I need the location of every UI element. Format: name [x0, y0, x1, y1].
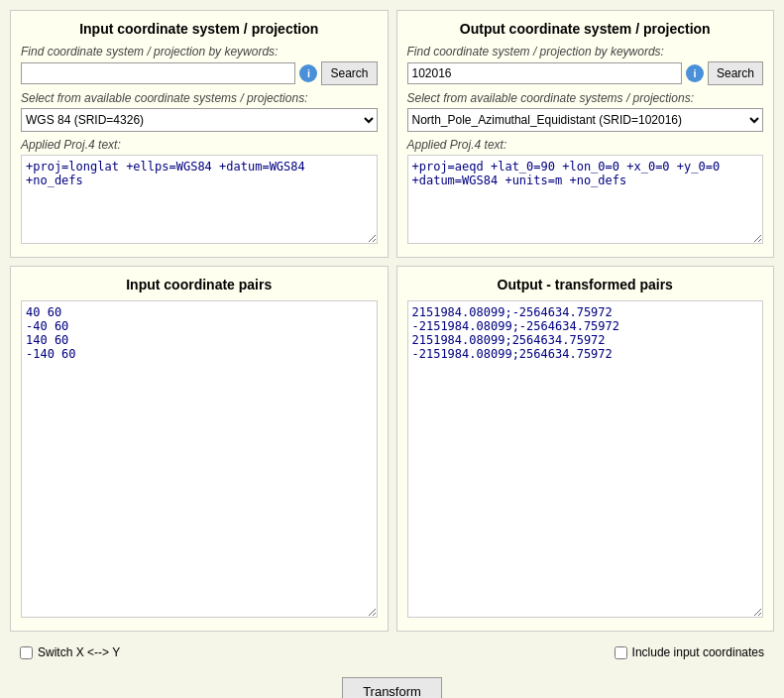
- input-pairs-textarea[interactable]: [21, 300, 378, 618]
- footer-left: Switch X <--> Y: [20, 645, 392, 659]
- top-panels: Input coordinate system / projection Fin…: [10, 10, 774, 258]
- include-input-label[interactable]: Include input coordinates: [392, 645, 765, 659]
- input-pairs-title: Input coordinate pairs: [21, 277, 378, 292]
- output-search-input[interactable]: [407, 62, 682, 84]
- input-pairs-panel: Input coordinate pairs: [10, 266, 389, 632]
- input-info-icon[interactable]: i: [299, 64, 317, 82]
- input-proj4-label: Applied Proj.4 text:: [21, 138, 378, 152]
- bottom-panels: Input coordinate pairs Output - transfor…: [10, 266, 774, 632]
- output-pairs-title: Output - transformed pairs: [407, 277, 764, 292]
- footer-row: Switch X <--> Y Include input coordinate…: [10, 640, 774, 665]
- transform-button[interactable]: Transform: [342, 677, 442, 698]
- input-search-input[interactable]: [21, 62, 295, 84]
- footer-right: Include input coordinates: [392, 645, 765, 659]
- transform-row: Transform: [10, 673, 774, 698]
- input-search-row: i Search: [21, 61, 378, 85]
- include-input-checkbox[interactable]: [615, 646, 627, 659]
- input-panel-title: Input coordinate system / projection: [21, 21, 378, 37]
- output-pairs-panel: Output - transformed pairs: [396, 266, 775, 632]
- input-crs-select[interactable]: WGS 84 (SRID=4326): [21, 108, 378, 132]
- output-panel-title: Output coordinate system / projection: [407, 21, 764, 37]
- output-search-row: i Search: [407, 61, 764, 85]
- input-find-label: Find coordinate system / projection by k…: [21, 45, 378, 58]
- switch-xy-label[interactable]: Switch X <--> Y: [20, 645, 392, 659]
- output-proj4-label: Applied Proj.4 text:: [407, 138, 764, 152]
- main-container: Input coordinate system / projection Fin…: [10, 10, 774, 698]
- output-pairs-textarea[interactable]: [407, 300, 764, 618]
- output-proj4-textarea[interactable]: [407, 155, 764, 244]
- input-coord-panel: Input coordinate system / projection Fin…: [10, 10, 389, 258]
- output-info-icon[interactable]: i: [686, 64, 704, 82]
- switch-xy-checkbox[interactable]: [20, 646, 33, 659]
- switch-xy-text: Switch X <--> Y: [38, 645, 120, 659]
- output-crs-select[interactable]: North_Pole_Azimuthal_Equidistant (SRID=1…: [407, 108, 764, 132]
- include-input-text: Include input coordinates: [632, 645, 764, 659]
- output-search-button[interactable]: Search: [708, 61, 763, 85]
- input-search-button[interactable]: Search: [321, 61, 377, 85]
- output-coord-panel: Output coordinate system / projection Fi…: [396, 10, 775, 258]
- output-find-label: Find coordinate system / projection by k…: [407, 45, 764, 58]
- input-proj4-textarea[interactable]: [21, 155, 378, 244]
- output-select-label: Select from available coordinate systems…: [407, 91, 764, 105]
- input-select-label: Select from available coordinate systems…: [21, 91, 378, 105]
